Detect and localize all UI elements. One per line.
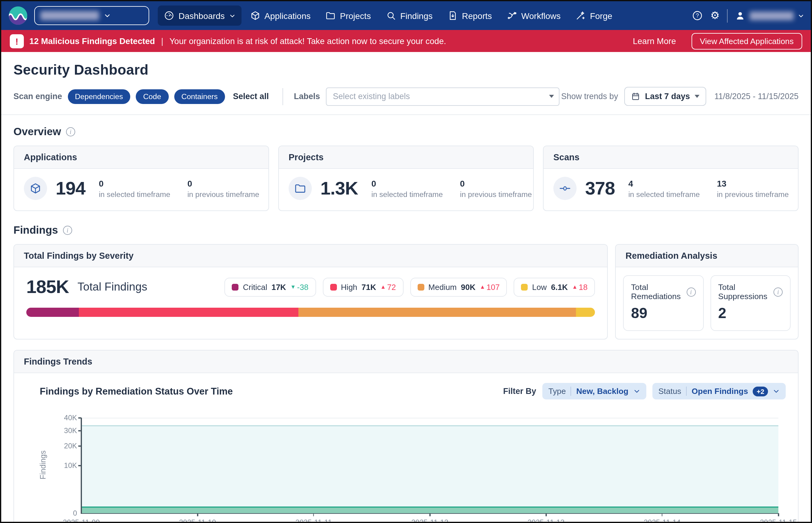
trend-up-icon: ▲: [480, 284, 485, 290]
svg-text:?: ?: [696, 13, 699, 19]
nav-applications[interactable]: Applications: [244, 5, 317, 26]
severity-chip-high[interactable]: High 71K ▲72: [322, 277, 403, 296]
show-trends-by-label: Show trends by: [561, 92, 618, 101]
dropdown-caret-icon[interactable]: [549, 94, 554, 97]
malicious-findings-alert-banner: ! 12 Malicious Findings Detected | Your …: [1, 30, 811, 52]
help-icon[interactable]: ?: [691, 10, 703, 21]
security-dashboard-window: Dashboards Applications Projects Finding…: [0, 0, 812, 523]
severity-stacked-bar: [26, 308, 595, 317]
page-title: Security Dashboard: [14, 62, 798, 78]
total-remediations-box: Total Remediations 89: [623, 275, 703, 331]
info-icon[interactable]: [63, 226, 72, 235]
info-icon[interactable]: [774, 287, 783, 296]
engine-pill-code[interactable]: Code: [136, 89, 168, 104]
nav-forge[interactable]: Forge: [569, 5, 619, 26]
selected-timeframe-stat: 4 in selected timeframe: [628, 178, 700, 198]
bar-segment-high[interactable]: [78, 308, 299, 317]
info-icon[interactable]: [686, 287, 696, 296]
date-range-text: 11/8/2025 - 11/15/2025: [715, 92, 798, 101]
scans-card: Scans 378 4 in selected timeframe 13 in: [543, 146, 798, 211]
nav-workflows[interactable]: Workflows: [500, 5, 567, 26]
trend-up-icon: ▲: [572, 284, 577, 290]
nav-label: Applications: [264, 11, 311, 20]
user-avatar-icon: [735, 11, 745, 21]
y-tick-label: 30K: [64, 427, 77, 435]
trend-indicator: ▼-38: [291, 282, 309, 291]
overview-cards: Applications 194 0 in selected timeframe…: [14, 146, 798, 211]
trend-down-icon: ▼: [291, 284, 296, 290]
previous-timeframe-stat: 0 in previous timeframe: [460, 178, 532, 198]
y-axis-label: Findings: [39, 451, 48, 480]
total-findings-by-severity-card: Total Findings by Severity 185K Total Fi…: [14, 244, 608, 340]
y-tick-label: 0: [73, 509, 77, 518]
nav-findings[interactable]: Findings: [380, 5, 439, 26]
section-divider: [1, 114, 811, 115]
severity-swatch: [330, 284, 337, 290]
mend-logo-icon: [8, 5, 28, 26]
chevron-down-icon: [773, 388, 780, 395]
select-all-link[interactable]: Select all: [233, 92, 269, 101]
cube-icon: [250, 11, 260, 21]
x-tick-label: 2025-11-15: [760, 518, 797, 522]
severity-chip-medium[interactable]: Medium 90K ▲107: [410, 277, 507, 296]
banner-separator: |: [161, 36, 163, 46]
nav-reports[interactable]: Reports: [441, 5, 498, 26]
trend-up-icon: ▲: [380, 284, 386, 290]
open-findings-area: [81, 425, 778, 513]
findings-heading: Findings: [14, 224, 58, 237]
labels-input[interactable]: [326, 87, 560, 106]
settings-gear-icon[interactable]: ⚙: [710, 11, 720, 21]
primary-nav: Dashboards Applications Projects Finding…: [158, 5, 619, 26]
trend-range-value: Last 7 days: [645, 92, 690, 101]
trend-indicator: ▲107: [480, 282, 500, 291]
x-tick-label: 2025-11-13: [528, 518, 565, 522]
y-tick-label: 40K: [64, 414, 77, 422]
chart-plot-area: 40K 30K 20K 10K 0: [81, 418, 778, 513]
dropdown-caret-icon: [695, 95, 700, 98]
severity-swatch: [417, 284, 424, 290]
bar-segment-critical[interactable]: [26, 308, 78, 317]
findings-section-header: Findings: [14, 224, 798, 237]
severity-chip-low[interactable]: Low 6.1K ▲18: [514, 277, 595, 296]
bar-segment-medium[interactable]: [299, 308, 576, 317]
x-tick-label: 2025-11-11: [295, 518, 332, 522]
user-menu[interactable]: [735, 11, 804, 21]
total-suppressions-value: 2: [718, 305, 783, 322]
bar-segment-low[interactable]: [576, 308, 595, 317]
findings-trends-card: Findings Trends Findings by Remediation …: [14, 350, 798, 522]
scans-count: 378: [585, 178, 615, 199]
card-title: Findings Trends: [14, 350, 798, 373]
scan-pulse-icon: [553, 177, 577, 200]
severity-swatch: [232, 284, 238, 290]
nav-label: Projects: [340, 11, 371, 20]
engine-pill-dependencies[interactable]: Dependencies: [68, 89, 130, 104]
trend-range-select[interactable]: Last 7 days: [624, 87, 706, 106]
remediation-analysis-card: Remediation Analysis Total Remediations …: [615, 244, 798, 340]
labels-label: Labels: [294, 92, 320, 101]
view-affected-applications-button[interactable]: View Affected Applications: [691, 33, 802, 49]
x-tick-label: 2025-11-09: [63, 518, 100, 522]
info-icon[interactable]: [66, 127, 75, 137]
engine-pill-containers[interactable]: Containers: [174, 89, 225, 104]
chevron-down-icon: [798, 13, 804, 19]
nav-dashboards[interactable]: Dashboards: [158, 5, 241, 26]
selected-timeframe-stat: 0 in selected timeframe: [371, 178, 443, 198]
card-title: Applications: [14, 146, 269, 169]
org-selector[interactable]: [34, 6, 149, 25]
nav-projects[interactable]: Projects: [319, 5, 377, 26]
remediation-status-chart: Findings 40K 30K 20K 10K: [69, 418, 778, 513]
card-title: Scans: [543, 146, 798, 169]
applications-count: 194: [56, 178, 85, 199]
status-filter-count-badge: +2: [753, 386, 768, 396]
report-document-icon: [447, 11, 458, 21]
total-findings-value: 185K: [26, 276, 69, 297]
workflow-icon: [506, 11, 517, 21]
type-filter-select[interactable]: Type New, Backlog: [542, 383, 646, 399]
projects-card: Projects 1.3K 0 in selected timeframe 0: [278, 146, 534, 211]
severity-chip-critical[interactable]: Critical 17K ▼-38: [224, 277, 316, 296]
status-filter-select[interactable]: Status Open Findings +2: [652, 383, 786, 399]
labels-select: [326, 87, 560, 106]
learn-more-link[interactable]: Learn More: [633, 36, 676, 46]
gridline: [81, 418, 778, 418]
total-suppressions-box: Total Suppressions 2: [710, 275, 791, 331]
